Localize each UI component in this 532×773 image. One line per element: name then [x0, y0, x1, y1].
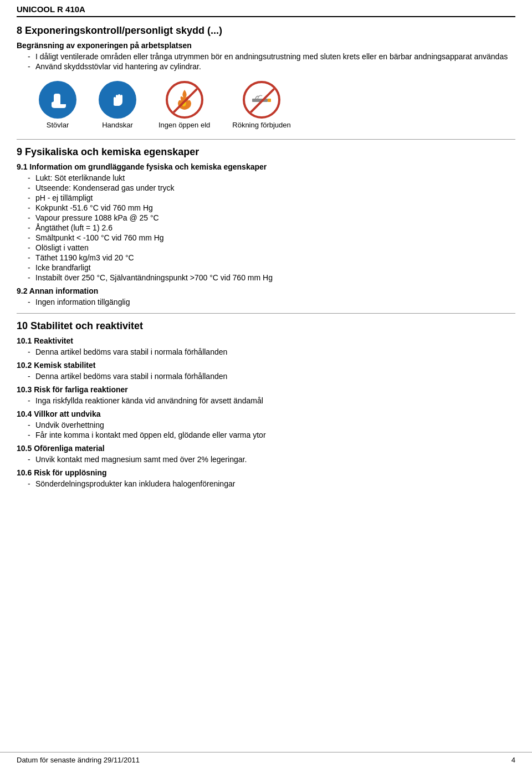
section-10-6-heading: 10.6 Risk för upplösning	[17, 468, 515, 477]
icon-item-stovlar: Stövlar	[39, 81, 76, 129]
list-item: Unvik kontakt med magnesium samt med öve…	[28, 455, 515, 464]
list-item: Smältpunkt < -100 °C vid 760 mm Hg	[28, 233, 515, 242]
page-header: UNICOOL R 410A	[17, 0, 515, 17]
icon-label-nosmoking: Rökning förbjuden	[232, 121, 291, 129]
list-item: Olösligt i vatten	[28, 243, 515, 252]
boot-icon	[39, 81, 76, 119]
section-10-3-bullets: Inga riskfyllda reaktioner kända vid anv…	[17, 396, 515, 405]
list-item: Denna artikel bedöms vara stabil i norma…	[28, 347, 515, 356]
section-10-heading: 10 Stabilitet och reaktivitet	[17, 320, 515, 332]
icon-label-nofire: Ingen öppen eld	[158, 121, 210, 129]
list-item: Icke brandfarligt	[28, 263, 515, 272]
page-footer: Datum för senaste ändring 29/11/2011 4	[0, 752, 532, 767]
section-9-1-heading: 9.1 Information om grundläggande fysiska…	[17, 162, 515, 171]
section-9-1-bullets: Lukt: Söt eterliknande lukt Utseende: Ko…	[17, 173, 515, 282]
list-item: Undvik överhettning	[28, 421, 515, 429]
section-10-5-heading: 10.5 Oförenliga material	[17, 444, 515, 453]
section-10-2-heading: 10.2 Kemisk stabilitet	[17, 361, 515, 370]
section-10-1-bullets: Denna artikel bedöms vara stabil i norma…	[17, 347, 515, 356]
list-item: Får inte komma i kontakt med öppen eld, …	[28, 431, 515, 439]
list-item: I dåligt ventilerade områden eller trång…	[28, 52, 515, 61]
icon-label-stovlar: Stövlar	[47, 121, 69, 129]
page: UNICOOL R 410A 8 Exponeringskontroll/per…	[0, 0, 532, 773]
list-item: Lukt: Söt eterliknande lukt	[28, 173, 515, 182]
list-item: Sönderdelningsprodukter kan inkludera ha…	[28, 479, 515, 488]
section-10-6-bullets: Sönderdelningsprodukter kan inkludera ha…	[17, 479, 515, 488]
list-item: Ångtäthet (luft = 1) 2.6	[28, 223, 515, 232]
section-9: 9 Fysikaliska och kemiska egenskaper 9.1…	[17, 146, 515, 306]
section-10: 10 Stabilitet och reaktivitet 10.1 Reakt…	[17, 320, 515, 488]
section-10-3-heading: 10.3 Risk för farliga reaktioner	[17, 385, 515, 394]
nofire-icon	[166, 81, 203, 119]
page-title: UNICOOL R 410A	[17, 4, 85, 14]
svg-rect-1	[268, 99, 271, 102]
section-10-4-heading: 10.4 Villkor att undvika	[17, 409, 515, 418]
footer-page-number: 4	[511, 756, 515, 764]
divider-8-9	[17, 139, 515, 140]
list-item: pH - ej tillämpligt	[28, 193, 515, 202]
footer-date: Datum för senaste ändring 29/11/2011	[17, 756, 140, 764]
list-item: Täthet 1190 kg/m3 vid 20 °C	[28, 253, 515, 262]
list-item: Använd skyddsstövlar vid hantering av cy…	[28, 62, 515, 71]
section-9-2-bullets: Ingen information tillgänglig	[17, 298, 515, 306]
icon-item-handskar: Handskar	[99, 81, 136, 129]
safety-icons-row: Stövlar Handskar Ingen öppen eld	[39, 81, 515, 129]
icon-label-handskar: Handskar	[102, 121, 133, 129]
list-item: Inga riskfyllda reaktioner kända vid anv…	[28, 396, 515, 405]
section-8-subheading: Begränsning av exponeringen på arbetspla…	[17, 41, 515, 50]
section-10-4-bullets: Undvik överhettning Får inte komma i kon…	[17, 421, 515, 439]
section-8-bullets: I dåligt ventilerade områden eller trång…	[17, 52, 515, 71]
section-8: 8 Exponeringskontroll/personligt skydd (…	[17, 25, 515, 71]
list-item: Denna artikel bedöms vara stabil i norma…	[28, 372, 515, 381]
section-10-1-heading: 10.1 Reaktivitet	[17, 336, 515, 345]
glove-icon	[99, 81, 136, 119]
icon-item-nosmoking: Rökning förbjuden	[232, 81, 291, 129]
list-item: Ingen information tillgänglig	[28, 298, 515, 306]
nosmoking-icon	[243, 81, 280, 119]
list-item: Kokpunkt -51.6 °C vid 760 mm Hg	[28, 203, 515, 212]
section-10-5-bullets: Unvik kontakt med magnesium samt med öve…	[17, 455, 515, 464]
section-9-heading: 9 Fysikaliska och kemiska egenskaper	[17, 146, 515, 158]
icon-item-nofire: Ingen öppen eld	[158, 81, 210, 129]
section-10-2-bullets: Denna artikel bedöms vara stabil i norma…	[17, 372, 515, 381]
section-8-heading: 8 Exponeringskontroll/personligt skydd (…	[17, 25, 515, 37]
list-item: Vapour pressure 1088 kPa @ 25 °C	[28, 213, 515, 222]
divider-9-10	[17, 313, 515, 314]
list-item: Utseende: Kondenserad gas under tryck	[28, 183, 515, 192]
section-9-2-heading: 9.2 Annan information	[17, 286, 515, 295]
list-item: Instabilt över 250 °C, Självantändningsp…	[28, 273, 515, 282]
